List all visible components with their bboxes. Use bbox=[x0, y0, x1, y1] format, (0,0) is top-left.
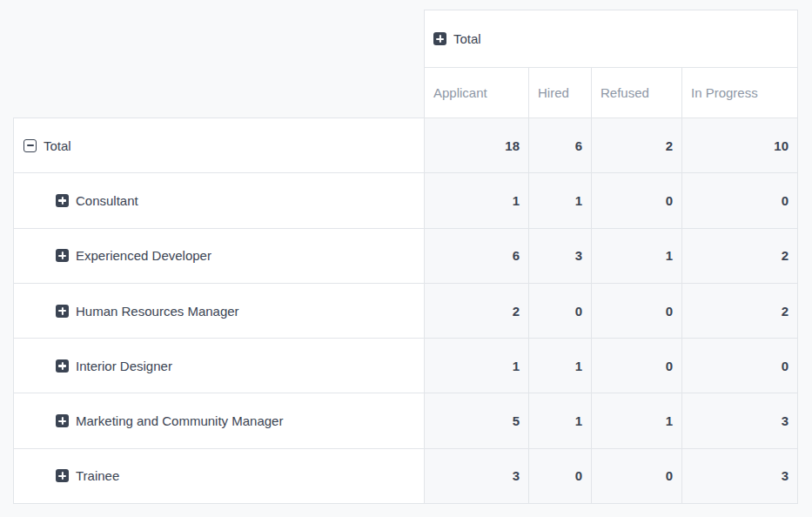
minus-square-icon bbox=[23, 139, 37, 152]
value-cell: 18 bbox=[425, 118, 529, 173]
value-cell: 1 bbox=[425, 173, 529, 228]
value-cell: 0 bbox=[592, 283, 682, 338]
value-cell: 3 bbox=[682, 448, 798, 503]
plus-square-icon bbox=[56, 305, 69, 318]
measure-header-refused[interactable]: Refused bbox=[592, 68, 682, 118]
plus-square-icon bbox=[433, 32, 446, 45]
value-cell: 2 bbox=[682, 228, 798, 283]
row-header-marketing-and-community-manager[interactable]: Marketing and Community Manager bbox=[14, 393, 425, 448]
column-group-header-total[interactable]: Total bbox=[425, 10, 798, 68]
value-cell: 10 bbox=[682, 118, 798, 173]
value-cell: 0 bbox=[592, 448, 682, 503]
corner-cell bbox=[14, 68, 425, 118]
plus-square-icon bbox=[56, 414, 69, 427]
row-header-consultant[interactable]: Consultant bbox=[14, 173, 425, 228]
table-row: Marketing and Community Manager5113 bbox=[14, 393, 798, 448]
row-label: Interior Designer bbox=[76, 359, 172, 373]
pivot-body: Total186210Consultant1100Experienced Dev… bbox=[14, 118, 798, 504]
table-row: Trainee3003 bbox=[14, 448, 798, 503]
row-label: Marketing and Community Manager bbox=[76, 413, 283, 428]
value-cell: 1 bbox=[529, 173, 592, 228]
column-group-label: Total bbox=[453, 31, 481, 46]
row-header-trainee[interactable]: Trainee bbox=[14, 448, 425, 503]
value-cell: 1 bbox=[592, 228, 682, 283]
value-cell: 3 bbox=[529, 228, 592, 283]
measure-header-applicant[interactable]: Applicant bbox=[425, 68, 529, 118]
value-cell: 2 bbox=[682, 283, 798, 338]
pivot-table-container: Total Applicant Hired Refused In Progres… bbox=[13, 10, 798, 504]
row-label: Human Resources Manager bbox=[76, 304, 239, 319]
value-cell: 1 bbox=[592, 393, 682, 448]
plus-square-icon bbox=[56, 359, 69, 373]
table-row: Consultant1100 bbox=[14, 173, 798, 228]
value-cell: 1 bbox=[529, 393, 592, 448]
row-label: Consultant bbox=[76, 193, 138, 208]
value-cell: 6 bbox=[529, 118, 592, 173]
value-cell: 0 bbox=[529, 283, 592, 338]
row-header-experienced-developer[interactable]: Experienced Developer bbox=[14, 228, 425, 283]
plus-square-icon bbox=[56, 469, 69, 482]
row-header-interior-designer[interactable]: Interior Designer bbox=[14, 339, 425, 393]
row-header-human-resources-manager[interactable]: Human Resources Manager bbox=[14, 283, 425, 338]
measure-header-in-progress[interactable]: In Progress bbox=[682, 68, 798, 118]
plus-square-icon bbox=[56, 194, 69, 207]
pivot-table: Total Applicant Hired Refused In Progres… bbox=[13, 10, 798, 504]
column-group-header-row: Total bbox=[14, 10, 798, 68]
row-header-total[interactable]: Total bbox=[14, 118, 425, 173]
measure-header-hired[interactable]: Hired bbox=[529, 68, 592, 118]
value-cell: 3 bbox=[682, 393, 798, 448]
table-row: Experienced Developer6312 bbox=[14, 228, 798, 283]
value-cell: 0 bbox=[682, 339, 798, 393]
value-cell: 0 bbox=[592, 339, 682, 393]
value-cell: 2 bbox=[425, 283, 529, 338]
value-cell: 3 bbox=[425, 448, 529, 503]
value-cell: 2 bbox=[592, 118, 682, 173]
value-cell: 0 bbox=[682, 173, 798, 228]
table-row: Human Resources Manager2002 bbox=[14, 283, 798, 338]
row-label: Trainee bbox=[76, 468, 119, 483]
value-cell: 1 bbox=[529, 339, 592, 393]
row-label: Total bbox=[44, 138, 71, 153]
table-row: Total186210 bbox=[14, 118, 798, 173]
measure-header-row: Applicant Hired Refused In Progress bbox=[14, 68, 798, 118]
plus-square-icon bbox=[56, 249, 69, 262]
value-cell: 0 bbox=[529, 448, 592, 503]
value-cell: 6 bbox=[425, 228, 529, 283]
value-cell: 0 bbox=[592, 173, 682, 228]
table-row: Interior Designer1100 bbox=[14, 339, 798, 393]
corner-cell bbox=[14, 10, 425, 68]
value-cell: 5 bbox=[425, 393, 529, 448]
value-cell: 1 bbox=[425, 339, 529, 393]
row-label: Experienced Developer bbox=[76, 248, 211, 263]
